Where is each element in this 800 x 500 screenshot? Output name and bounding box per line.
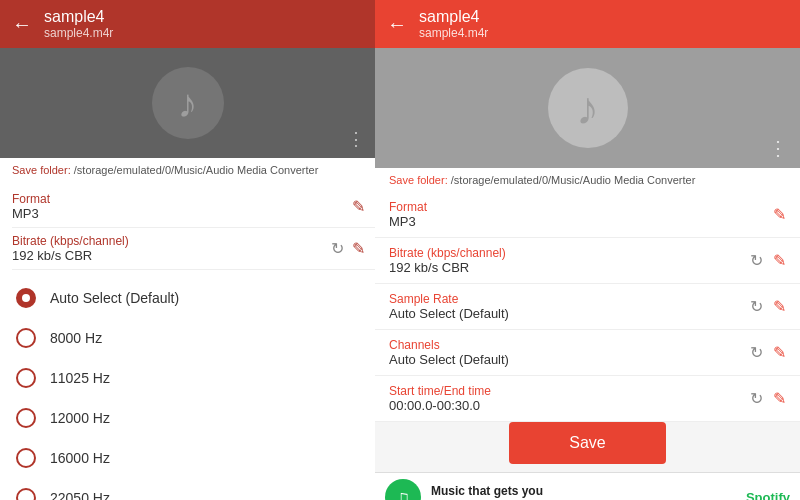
left-radio-12000[interactable]: 12000 Hz xyxy=(0,398,375,438)
left-radio-11025-button[interactable] xyxy=(16,368,36,388)
right-channels-row: Channels Auto Select (Default) ↻ ✎ xyxy=(375,330,800,376)
left-radio-8000[interactable]: 8000 Hz xyxy=(0,318,375,358)
right-title-block: sample4 sample4.m4r xyxy=(419,8,488,40)
left-radio-8000-button[interactable] xyxy=(16,328,36,348)
left-bitrate-info: Bitrate (kbps/channel) 192 kb/s CBR xyxy=(12,234,331,263)
right-channels-label: Channels xyxy=(389,338,750,352)
right-subtitle: sample4.m4r xyxy=(419,26,488,40)
right-startend-refresh-icon[interactable]: ↻ xyxy=(750,389,763,408)
right-bottom-section: Save ♫ Music that gets you moving. Liste… xyxy=(375,422,800,500)
left-save-folder-path: /storage/emulated/0/Music/Audio Media Co… xyxy=(74,164,319,176)
left-radio-12000-button[interactable] xyxy=(16,408,36,428)
ad-line1: Music that gets you xyxy=(431,484,736,498)
right-startend-edit-icon[interactable]: ✎ xyxy=(773,389,786,408)
right-samplerate-value: Auto Select (Default) xyxy=(389,306,750,321)
right-panel: ← sample4 sample4.m4r ♪ ⋮ Save folder: /… xyxy=(375,0,800,500)
right-save-folder-path: /storage/emulated/0/Music/Audio Media Co… xyxy=(451,174,696,186)
right-samplerate-edit-icon[interactable]: ✎ xyxy=(773,297,786,316)
spotify-icon: ♫ xyxy=(385,479,421,500)
right-startend-actions: ↻ ✎ xyxy=(750,389,786,408)
right-settings-section: Format MP3 ✎ Bitrate (kbps/channel) 192 … xyxy=(375,192,800,422)
spotify-note-icon: ♫ xyxy=(396,486,411,501)
right-music-art: ♪ xyxy=(548,68,628,148)
right-startend-label: Start time/End time xyxy=(389,384,750,398)
right-samplerate-label: Sample Rate xyxy=(389,292,750,306)
left-format-label: Format xyxy=(12,192,352,206)
right-channels-refresh-icon[interactable]: ↻ xyxy=(750,343,763,362)
right-save-folder-row: Save folder: /storage/emulated/0/Music/A… xyxy=(375,168,800,192)
right-format-row: Format MP3 ✎ xyxy=(375,192,800,238)
left-music-art: ♪ xyxy=(152,67,224,139)
left-music-note-icon: ♪ xyxy=(178,81,198,126)
left-format-row: Format MP3 ✎ xyxy=(12,186,375,228)
left-radio-22050-label: 22050 Hz xyxy=(50,490,110,500)
right-save-folder-label: Save folder: xyxy=(389,174,448,186)
left-artwork: ♪ ⋮ xyxy=(0,48,375,158)
right-header: ← sample4 sample4.m4r xyxy=(375,0,800,48)
left-panel: ← sample4 sample4.m4r ♪ ⋮ Save folder: /… xyxy=(0,0,375,500)
spotify-logo: Spotify xyxy=(746,490,790,501)
left-save-folder-label: Save folder: xyxy=(12,164,71,176)
left-radio-12000-label: 12000 Hz xyxy=(50,410,110,426)
save-button[interactable]: Save xyxy=(509,422,665,464)
left-settings-section: Format MP3 ✎ Bitrate (kbps/channel) 192 … xyxy=(0,182,375,274)
right-bitrate-row: Bitrate (kbps/channel) 192 kb/s CBR ↻ ✎ xyxy=(375,238,800,284)
right-channels-edit-icon[interactable]: ✎ xyxy=(773,343,786,362)
right-format-label: Format xyxy=(389,200,773,214)
left-radio-8000-label: 8000 Hz xyxy=(50,330,102,346)
left-format-value: MP3 xyxy=(12,206,352,221)
right-bitrate-refresh-icon[interactable]: ↻ xyxy=(750,251,763,270)
right-format-info: Format MP3 xyxy=(389,200,773,229)
left-back-button[interactable]: ← xyxy=(12,13,32,36)
left-three-dots-button[interactable]: ⋮ xyxy=(347,128,365,150)
right-bitrate-info: Bitrate (kbps/channel) 192 kb/s CBR xyxy=(389,246,750,275)
left-format-edit-icon[interactable]: ✎ xyxy=(352,197,365,216)
right-startend-info: Start time/End time 00:00.0-00:30.0 xyxy=(389,384,750,413)
right-startend-value: 00:00.0-00:30.0 xyxy=(389,398,750,413)
right-bitrate-label: Bitrate (kbps/channel) xyxy=(389,246,750,260)
left-radio-11025-label: 11025 Hz xyxy=(50,370,110,386)
right-samplerate-info: Sample Rate Auto Select (Default) xyxy=(389,292,750,321)
left-radio-auto[interactable]: Auto Select (Default) xyxy=(0,278,375,318)
right-title: sample4 xyxy=(419,8,488,26)
right-samplerate-refresh-icon[interactable]: ↻ xyxy=(750,297,763,316)
left-bitrate-edit-icon[interactable]: ✎ xyxy=(352,239,365,258)
ad-text-block: Music that gets you moving. Listen free. xyxy=(431,484,736,500)
left-radio-22050-button[interactable] xyxy=(16,488,36,500)
right-format-actions: ✎ xyxy=(773,205,786,224)
right-music-note-icon: ♪ xyxy=(576,81,599,135)
left-format-info: Format MP3 xyxy=(12,192,352,221)
left-subtitle: sample4.m4r xyxy=(44,26,113,40)
right-format-value: MP3 xyxy=(389,214,773,229)
right-artwork: ♪ ⋮ xyxy=(375,48,800,168)
right-back-button[interactable]: ← xyxy=(387,13,407,36)
left-save-folder-row: Save folder: /storage/emulated/0/Music/A… xyxy=(0,158,375,182)
left-bitrate-row: Bitrate (kbps/channel) 192 kb/s CBR ↻ ✎ xyxy=(12,228,375,270)
left-bitrate-label: Bitrate (kbps/channel) xyxy=(12,234,331,248)
left-title-block: sample4 sample4.m4r xyxy=(44,8,113,40)
right-samplerate-row: Sample Rate Auto Select (Default) ↻ ✎ xyxy=(375,284,800,330)
left-radio-16000[interactable]: 16000 Hz xyxy=(0,438,375,478)
left-header: ← sample4 sample4.m4r xyxy=(0,0,375,48)
left-radio-22050[interactable]: 22050 Hz xyxy=(0,478,375,500)
left-bitrate-value: 192 kb/s CBR xyxy=(12,248,331,263)
right-samplerate-actions: ↻ ✎ xyxy=(750,297,786,316)
left-bitrate-actions: ↻ ✎ xyxy=(331,239,375,258)
right-bitrate-edit-icon[interactable]: ✎ xyxy=(773,251,786,270)
left-radio-auto-button[interactable] xyxy=(16,288,36,308)
right-bitrate-value: 192 kb/s CBR xyxy=(389,260,750,275)
left-radio-list: Auto Select (Default) 8000 Hz 11025 Hz 1… xyxy=(0,274,375,500)
right-three-dots-button[interactable]: ⋮ xyxy=(768,136,788,160)
ad-banner: ♫ Music that gets you moving. Listen fre… xyxy=(375,472,800,500)
right-channels-info: Channels Auto Select (Default) xyxy=(389,338,750,367)
left-radio-auto-label: Auto Select (Default) xyxy=(50,290,179,306)
right-channels-value: Auto Select (Default) xyxy=(389,352,750,367)
left-title: sample4 xyxy=(44,8,113,26)
left-bitrate-refresh-icon[interactable]: ↻ xyxy=(331,239,344,258)
right-format-edit-icon[interactable]: ✎ xyxy=(773,205,786,224)
left-radio-11025[interactable]: 11025 Hz xyxy=(0,358,375,398)
left-radio-16000-button[interactable] xyxy=(16,448,36,468)
left-format-actions: ✎ xyxy=(352,197,375,216)
right-channels-actions: ↻ ✎ xyxy=(750,343,786,362)
right-startend-row: Start time/End time 00:00.0-00:30.0 ↻ ✎ xyxy=(375,376,800,422)
